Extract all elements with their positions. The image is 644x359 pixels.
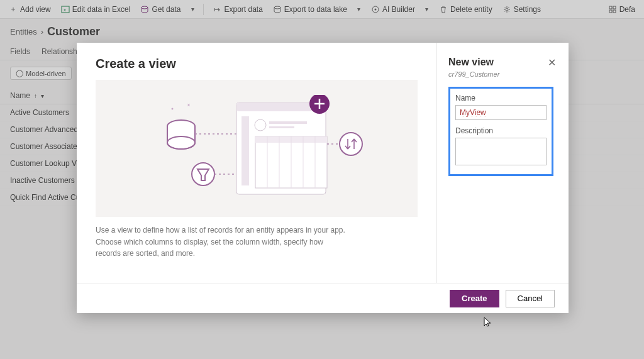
label: Export data — [224, 5, 262, 14]
pill-label: Model-driven — [26, 70, 66, 77]
new-view-title: New view — [448, 57, 553, 68]
create-view-dialog: Create a view — [77, 43, 569, 313]
svg-rect-18 — [269, 121, 307, 124]
entity-schema-name: cr799_Customer — [448, 70, 553, 78]
separator — [203, 4, 204, 15]
add-view-button[interactable]: + Add view — [5, 0, 55, 18]
chevron-down-icon[interactable]: ▾ — [187, 6, 198, 13]
svg-point-29 — [172, 108, 174, 110]
svg-point-2 — [142, 6, 148, 9]
description-input[interactable] — [455, 138, 547, 165]
label: Defa — [619, 5, 635, 14]
chevron-down-icon: ▾ — [41, 92, 44, 99]
export-data-button[interactable]: ↦ Export data — [209, 0, 266, 18]
label: Settings — [514, 5, 541, 14]
label: Export to data lake — [284, 5, 347, 14]
svg-rect-7 — [609, 6, 612, 9]
column-name: Name — [10, 91, 30, 100]
trash-icon — [439, 5, 448, 14]
database-icon — [140, 5, 149, 14]
label: AI Builder — [382, 5, 415, 14]
command-bar: + Add view x Edit data in Excel Get data… — [0, 0, 644, 19]
cancel-button[interactable]: Cancel — [506, 290, 555, 307]
label: Edit data in Excel — [72, 5, 131, 14]
description-label: Description — [455, 126, 547, 135]
close-icon[interactable]: ✕ — [548, 57, 556, 69]
name-input[interactable] — [455, 105, 547, 120]
plus-icon: + — [9, 5, 18, 14]
svg-rect-9 — [609, 10, 612, 13]
gear-icon — [502, 5, 511, 14]
export-data-lake-button[interactable]: Export to data lake — [269, 0, 351, 18]
pill-icon: ◯ — [16, 69, 23, 77]
label: Add view — [20, 5, 51, 14]
breadcrumb-root[interactable]: Entities — [10, 27, 37, 36]
export-icon: ↦ — [213, 5, 221, 14]
svg-point-6 — [506, 8, 508, 11]
sort-asc-icon: ↑ — [34, 92, 37, 99]
model-driven-pill[interactable]: ◯ Model-driven — [10, 67, 72, 80]
dialog-title: Create a view — [96, 57, 418, 71]
svg-text:x: x — [64, 7, 66, 13]
label: Get data — [152, 5, 180, 14]
svg-rect-19 — [269, 126, 294, 128]
get-data-button[interactable]: Get data — [136, 0, 184, 18]
delete-entity-button[interactable]: Delete entity — [435, 0, 496, 18]
svg-point-5 — [374, 8, 376, 10]
dialog-help-text: Use a view to define how a list of recor… — [96, 224, 347, 260]
svg-rect-8 — [613, 6, 616, 9]
svg-point-28 — [340, 133, 362, 155]
edit-in-excel-button[interactable]: x Edit data in Excel — [57, 0, 135, 18]
ai-builder-button[interactable]: AI Builder — [367, 0, 419, 18]
grid-icon — [608, 5, 617, 14]
ai-icon — [371, 5, 380, 14]
highlighted-fields: Name Description — [448, 87, 553, 176]
svg-rect-10 — [613, 10, 616, 13]
tab-fields[interactable]: Fields — [10, 43, 30, 60]
cursor-icon — [484, 317, 492, 329]
default-button[interactable]: Defa — [604, 0, 639, 18]
breadcrumb: Entities › Customer — [0, 19, 644, 43]
lake-icon — [273, 5, 282, 14]
dialog-footer: Create Cancel — [77, 283, 569, 313]
create-button[interactable]: Create — [450, 290, 499, 307]
name-label: Name — [455, 94, 547, 102]
page-title: Customer — [47, 25, 100, 38]
svg-rect-16 — [242, 116, 249, 185]
label: Delete entity — [450, 5, 492, 14]
chevron-down-icon[interactable]: ▾ — [421, 6, 433, 13]
settings-button[interactable]: Settings — [499, 0, 545, 18]
svg-point-3 — [274, 6, 280, 9]
chevron-down-icon[interactable]: ▾ — [353, 6, 365, 13]
excel-icon: x — [61, 5, 70, 14]
illustration — [96, 80, 418, 217]
chevron-right-icon: › — [41, 27, 43, 36]
